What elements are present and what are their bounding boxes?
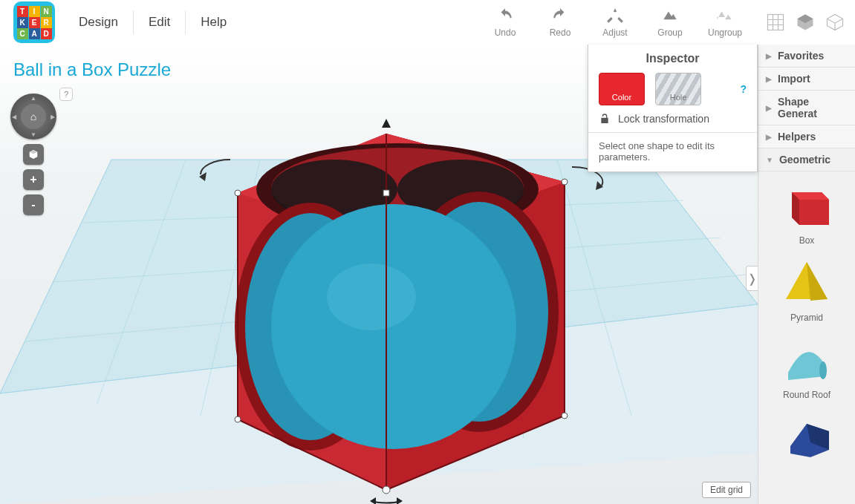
inspector-title: Inspector <box>588 52 757 65</box>
svg-point-35 <box>235 190 241 196</box>
lock-transformation-row[interactable]: Lock transformation <box>588 113 757 133</box>
group-icon <box>660 7 680 26</box>
svg-marker-45 <box>397 497 403 504</box>
svg-point-38 <box>562 413 568 419</box>
adjust-icon <box>605 7 625 26</box>
svg-point-51 <box>819 361 827 379</box>
section-label: Import <box>778 73 810 85</box>
shape-label: Box <box>799 235 815 246</box>
section-geometric[interactable]: ▼Geometric <box>758 148 855 171</box>
adjust-button[interactable]: Adjust <box>596 7 634 38</box>
chevron-down-icon: ▼ <box>766 156 773 164</box>
model-box <box>238 134 565 490</box>
section-label: Favorites <box>778 50 824 62</box>
group-label: Group <box>657 27 682 38</box>
svg-point-29 <box>327 264 416 330</box>
fit-view-button[interactable] <box>23 144 44 165</box>
inspector-swatches: Color Hole ? <box>588 73 757 113</box>
section-import[interactable]: ▶Import <box>758 68 855 91</box>
section-label: Helpers <box>778 131 816 143</box>
undo-label: Undo <box>495 27 516 38</box>
app-logo[interactable]: TIN KER CAD <box>13 1 55 43</box>
zoom-out-button[interactable]: - <box>23 194 44 215</box>
chevron-right-icon: ▶ <box>766 75 772 83</box>
edit-grid-button[interactable]: Edit grid <box>702 482 751 498</box>
chevron-right-icon: ▶ <box>766 133 772 141</box>
redo-label: Redo <box>550 27 571 38</box>
lock-label: Lock transformation <box>618 113 709 125</box>
home-icon: ⌂ <box>10 94 56 140</box>
geometric-shapes-list: Box Pyramid Round Roof <box>758 171 855 470</box>
section-helpers[interactable]: ▶Helpers <box>758 125 855 148</box>
redo-icon <box>550 7 570 26</box>
panel-collapse-button[interactable]: ❭ <box>746 266 758 291</box>
chevron-right-icon: ▶ <box>766 52 772 60</box>
redo-button[interactable]: Redo <box>542 7 579 38</box>
view-controls: ▲ ▼ ▶ ◀ ⌂ + - <box>10 94 56 215</box>
shapes-sidepanel: ▶Favorites ▶Import ▶Shape Generat ▶Helpe… <box>758 45 855 504</box>
svg-point-36 <box>562 179 568 185</box>
svg-rect-40 <box>383 190 389 196</box>
svg-point-39 <box>383 486 390 494</box>
section-shape-generators[interactable]: ▶Shape Generat <box>758 91 855 125</box>
menu-design[interactable]: Design <box>64 10 134 34</box>
menu-edit[interactable]: Edit <box>134 10 186 34</box>
grid-view-icon[interactable] <box>764 11 787 33</box>
svg-rect-0 <box>768 15 784 30</box>
shape-round-roof[interactable]: Round Roof <box>777 332 836 400</box>
solid-view-icon[interactable] <box>794 11 816 33</box>
undo-button[interactable]: Undo <box>487 7 524 38</box>
zoom-in-button[interactable]: + <box>23 169 44 190</box>
adjust-label: Adjust <box>602 27 627 38</box>
group-button[interactable]: Group <box>651 7 689 38</box>
hole-swatch[interactable]: Hole <box>655 73 701 105</box>
shape-box[interactable]: Box <box>777 177 836 246</box>
project-title[interactable]: Ball in a Box Puzzle <box>13 59 171 80</box>
inspector-panel: Inspector Color Hole ? Lock transformati… <box>588 45 758 172</box>
chevron-right-icon: ▶ <box>766 104 772 112</box>
section-label: Shape Generat <box>778 96 848 120</box>
shape-label: Pyramid <box>790 312 823 323</box>
undo-icon <box>495 7 515 26</box>
main-menu: Design Edit Help <box>64 10 241 34</box>
shape-pyramid[interactable]: Pyramid <box>777 255 836 323</box>
ungroup-icon <box>715 7 735 26</box>
color-swatch[interactable]: Color <box>599 73 645 105</box>
ungroup-label: Ungroup <box>708 27 742 38</box>
section-favorites[interactable]: ▶Favorites <box>758 45 855 68</box>
action-tools: Undo Redo Adjust Group Ungroup <box>487 7 744 38</box>
viewcube-help-icon[interactable]: ? <box>59 88 73 101</box>
top-toolbar: TIN KER CAD Design Edit Help Undo Redo A… <box>0 0 855 45</box>
shape-label: Round Roof <box>783 390 830 400</box>
cube-icon <box>27 148 39 160</box>
svg-point-28 <box>271 204 516 449</box>
ungroup-button[interactable]: Ungroup <box>706 7 744 38</box>
svg-marker-44 <box>370 497 376 504</box>
transparent-view-icon[interactable] <box>824 11 846 33</box>
section-label: Geometric <box>779 154 830 166</box>
inspector-help-icon[interactable]: ? <box>740 83 747 95</box>
svg-point-37 <box>235 416 241 422</box>
menu-help[interactable]: Help <box>186 10 241 34</box>
inspector-message: Select one shape to edit its parameters. <box>588 133 757 164</box>
unlock-icon <box>599 113 611 125</box>
svg-marker-41 <box>382 119 391 128</box>
view-mode-icons <box>764 11 846 33</box>
orbit-control[interactable]: ▲ ▼ ▶ ◀ ⌂ <box>10 94 56 140</box>
shape-roof[interactable] <box>777 409 836 464</box>
